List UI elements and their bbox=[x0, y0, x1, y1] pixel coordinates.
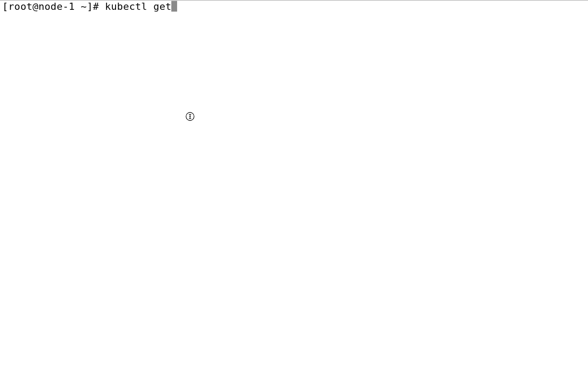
terminal-line[interactable]: [root@node-1 ~]# kubectl get bbox=[0, 0, 588, 12]
command-input[interactable]: kubectl get bbox=[105, 1, 171, 12]
svg-point-0 bbox=[186, 112, 194, 120]
block-cursor bbox=[171, 1, 177, 12]
shell-prompt: [root@node-1 ~]# bbox=[2, 1, 105, 12]
text-cursor-icon bbox=[186, 112, 195, 121]
